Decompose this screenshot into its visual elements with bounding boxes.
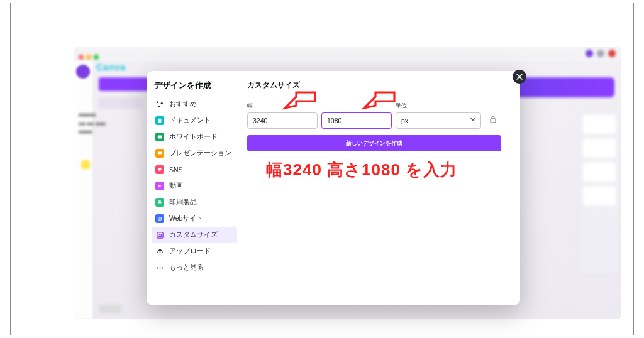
upload-icon <box>155 247 164 256</box>
modal-title: デザインを作成 <box>152 80 237 96</box>
width-input[interactable] <box>247 112 318 129</box>
whiteboard-icon <box>155 133 164 141</box>
svg-marker-7 <box>158 185 161 188</box>
sidebar-item-sns[interactable]: SNS <box>152 161 237 178</box>
lock-open-icon <box>489 115 497 126</box>
modal-sidebar: デザインを作成 おすすめ ドキュメント ホワイトボード <box>147 71 242 305</box>
svg-point-1 <box>160 102 162 104</box>
close-icon <box>516 71 523 82</box>
sidebar-item-label: もっと見る <box>169 263 204 272</box>
video-icon <box>155 182 164 190</box>
print-icon <box>155 198 164 207</box>
svg-rect-15 <box>491 119 496 123</box>
sidebar-item-label: カスタムサイズ <box>169 231 218 239</box>
create-design-button[interactable]: 新しいデザインを作成 <box>247 135 501 151</box>
sidebar-item-print[interactable]: 印刷製品 <box>152 194 237 210</box>
sidebar-item-label: ドキュメント <box>169 116 211 125</box>
website-icon <box>155 214 164 223</box>
primary-button-label: 新しいデザインを作成 <box>346 139 402 148</box>
svg-point-14 <box>162 267 163 268</box>
close-button[interactable] <box>513 70 526 84</box>
document-frame: Canva ■■■■■■■ ■■ ■■■■■■■ デザインを作成 おすすめ <box>10 3 634 335</box>
svg-rect-9 <box>158 200 160 202</box>
sidebar-item-label: 動画 <box>169 182 183 190</box>
sidebar-item-label: Webサイト <box>169 214 203 223</box>
unit-field: 単位 <box>396 102 481 129</box>
sidebar-item-recommend[interactable]: おすすめ <box>152 96 237 112</box>
customsize-icon <box>155 231 164 239</box>
lock-aspect-button[interactable] <box>485 112 501 129</box>
sns-icon <box>155 165 164 174</box>
height-field <box>321 110 392 129</box>
size-input-row: 幅 単位 <box>247 102 501 129</box>
sidebar-item-whiteboard[interactable]: ホワイトボード <box>152 129 237 145</box>
sidebar-item-more[interactable]: もっと見る <box>152 259 237 276</box>
svg-point-12 <box>157 267 158 268</box>
document-icon <box>155 116 164 125</box>
sidebar-item-label: ホワイトボード <box>169 133 218 141</box>
brand-logo: Canva <box>96 62 126 72</box>
sidebar-item-document[interactable]: ドキュメント <box>152 112 237 129</box>
sidebar-item-label: 印刷製品 <box>169 198 197 207</box>
svg-point-13 <box>159 267 160 268</box>
unit-select[interactable] <box>396 112 481 129</box>
svg-rect-8 <box>158 201 162 203</box>
create-design-modal: デザインを作成 おすすめ ドキュメント ホワイトボード <box>147 71 520 305</box>
sidebar-item-presentation[interactable]: プレゼンテーション <box>152 145 237 161</box>
width-field: 幅 <box>247 102 318 129</box>
sidebar-item-customsize[interactable]: カスタムサイズ <box>152 227 237 243</box>
sidebar-item-label: SNS <box>169 166 183 173</box>
sidebar-item-website[interactable]: Webサイト <box>152 210 237 227</box>
svg-point-0 <box>157 101 158 102</box>
svg-rect-6 <box>160 155 160 156</box>
svg-rect-5 <box>158 152 162 155</box>
sidebar-item-label: アップロード <box>169 247 211 256</box>
more-icon <box>155 263 164 272</box>
unit-label: 単位 <box>396 102 481 110</box>
sidebar-item-label: おすすめ <box>169 100 197 109</box>
modal-content: カスタムサイズ 幅 単位 <box>242 71 520 305</box>
svg-rect-3 <box>158 119 162 123</box>
sidebar-item-upload[interactable]: アップロード <box>152 243 237 259</box>
svg-rect-4 <box>158 136 162 139</box>
presentation-icon <box>155 149 164 158</box>
height-input[interactable] <box>321 112 392 129</box>
svg-point-2 <box>158 106 159 107</box>
content-title: カスタムサイズ <box>247 80 501 90</box>
sparkle-icon <box>155 100 164 109</box>
sidebar-item-label: プレゼンテーション <box>169 149 231 158</box>
sidebar-item-video[interactable]: 動画 <box>152 178 237 194</box>
width-label: 幅 <box>247 102 318 110</box>
